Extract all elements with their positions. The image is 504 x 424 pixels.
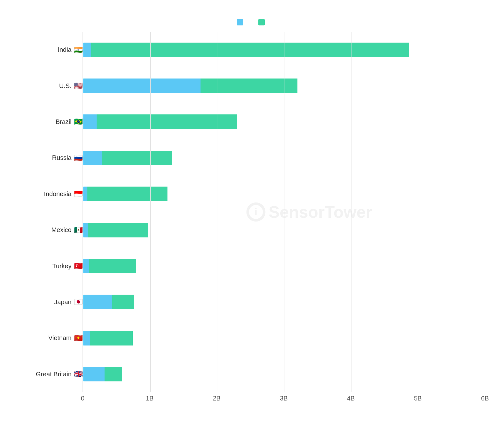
y-label-india: India 🇮🇳 [19, 37, 83, 63]
x-tick-1: 1B [146, 395, 153, 402]
bar-google-play-2 [97, 114, 237, 129]
x-tick-6: 6B [481, 395, 489, 402]
country-name-9: Great Britain [36, 371, 72, 378]
grid-line-2 [217, 32, 217, 392]
bar-container-1 [83, 79, 297, 93]
bar-container-8 [83, 331, 133, 345]
y-label-great-britain: Great Britain 🇬🇧 [19, 361, 83, 387]
bar-google-play-4 [87, 187, 168, 201]
country-name-7: Japan [54, 298, 72, 306]
bar-container-2 [83, 114, 237, 129]
bar-google-play-7 [112, 295, 134, 309]
x-tick-0: 0 [81, 395, 84, 402]
bar-container-9 [83, 367, 122, 381]
chart-body: India 🇮🇳 U.S. 🇺🇸 Brazil 🇧🇷 Russia 🇷🇺 Ind… [19, 32, 485, 405]
bar-app-store-9 [83, 367, 105, 381]
legend-google-play [258, 19, 267, 25]
bar-app-store-1 [83, 79, 201, 93]
bar-google-play-9 [105, 367, 122, 381]
bar-app-store-0 [83, 43, 91, 57]
country-name-2: Brazil [56, 118, 72, 126]
country-name-6: Turkey [52, 263, 72, 270]
country-flag-1: 🇺🇸 [74, 82, 83, 90]
bar-container-5 [83, 223, 148, 237]
bar-google-play-0 [91, 43, 409, 57]
page-container: India 🇮🇳 U.S. 🇺🇸 Brazil 🇧🇷 Russia 🇷🇺 Ind… [0, 0, 504, 424]
x-tick-2: 2B [213, 395, 221, 402]
legend-app-store [237, 19, 246, 25]
bar-container-4 [83, 187, 167, 201]
x-tick-3: 3B [280, 395, 288, 402]
google-play-color-swatch [258, 19, 265, 25]
chart-legend [19, 19, 485, 25]
bar-container-0 [83, 43, 409, 57]
country-flag-5: 🇲🇽 [74, 226, 83, 234]
bar-google-play-5 [88, 223, 148, 237]
grid-line-6 [485, 32, 485, 392]
country-name-8: Vietnam [48, 334, 72, 342]
y-axis-labels: India 🇮🇳 U.S. 🇺🇸 Brazil 🇧🇷 Russia 🇷🇺 Ind… [19, 32, 83, 405]
bar-app-store-6 [83, 259, 89, 273]
country-flag-7: 🇯🇵 [74, 298, 83, 306]
grid-line-1 [150, 32, 151, 392]
grid-line-5 [418, 32, 418, 392]
bar-google-play-3 [102, 151, 172, 165]
country-flag-2: 🇧🇷 [74, 118, 83, 126]
x-tick-4: 4B [347, 395, 355, 402]
bar-app-store-2 [83, 114, 97, 129]
country-name-3: Russia [52, 154, 72, 161]
y-label-vietnam: Vietnam 🇻🇳 [19, 325, 83, 351]
y-label-u.s.: U.S. 🇺🇸 [19, 73, 83, 99]
bar-app-store-4 [83, 187, 87, 201]
bar-app-store-5 [83, 223, 88, 237]
country-flag-6: 🇹🇷 [74, 262, 83, 270]
bar-app-store-3 [83, 151, 102, 165]
country-name-1: U.S. [59, 82, 72, 90]
bar-container-7 [83, 295, 134, 309]
country-flag-8: 🇻🇳 [74, 334, 83, 342]
grid-line-3 [284, 32, 284, 392]
bar-app-store-8 [83, 331, 90, 345]
y-label-indonesia: Indonesia 🇮🇩 [19, 181, 83, 207]
bar-google-play-1 [201, 79, 297, 93]
grid-line-4 [351, 32, 351, 392]
country-flag-3: 🇷🇺 [74, 154, 83, 162]
country-name-5: Mexico [51, 226, 72, 234]
bars-rows: i SensorTower [83, 32, 485, 392]
country-flag-0: 🇮🇳 [74, 46, 83, 54]
y-label-turkey: Turkey 🇹🇷 [19, 253, 83, 279]
x-axis: 01B2B3B4B5B6B [83, 392, 485, 405]
chart-area: India 🇮🇳 U.S. 🇺🇸 Brazil 🇧🇷 Russia 🇷🇺 Ind… [19, 19, 485, 405]
country-name-0: India [58, 46, 72, 53]
bar-container-6 [83, 259, 136, 273]
y-label-mexico: Mexico 🇲🇽 [19, 217, 83, 243]
bar-google-play-6 [89, 259, 136, 273]
app-store-color-swatch [237, 19, 243, 25]
country-flag-9: 🇬🇧 [74, 370, 83, 378]
country-flag-4: 🇮🇩 [74, 190, 83, 198]
bar-app-store-7 [83, 295, 112, 309]
bar-container-3 [83, 151, 172, 165]
y-label-russia: Russia 🇷🇺 [19, 145, 83, 171]
y-label-brazil: Brazil 🇧🇷 [19, 109, 83, 134]
country-name-4: Indonesia [44, 190, 72, 198]
bars-area: i SensorTower [83, 32, 485, 405]
bar-google-play-8 [90, 331, 133, 345]
y-label-japan: Japan 🇯🇵 [19, 289, 83, 315]
x-tick-5: 5B [414, 395, 422, 402]
